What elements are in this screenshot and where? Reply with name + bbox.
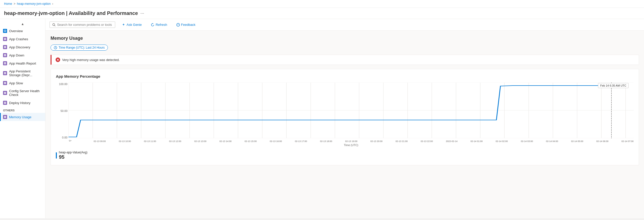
sidebar: ▲ Overview App Crashes App Discovery (0, 19, 45, 218)
svg-rect-34 (5, 103, 6, 104)
sidebar-item-app-down[interactable]: App Down (0, 51, 45, 59)
svg-rect-16 (5, 62, 6, 63)
svg-point-42 (177, 25, 178, 25)
svg-rect-6 (5, 39, 6, 40)
section-title: Memory Usage (51, 36, 639, 41)
sidebar-item-memory-usage[interactable]: Memory Usage (0, 113, 45, 121)
svg-rect-13 (4, 55, 5, 56)
search-icon (52, 23, 56, 27)
svg-line-46 (56, 48, 56, 48)
page-header: heap-memory-jvm-option | Availability an… (0, 8, 644, 19)
sidebar-item-deploy-history[interactable]: Deploy History (0, 99, 45, 107)
grid-icon-app-down (3, 53, 7, 57)
svg-point-43 (178, 25, 179, 25)
x-label-15: 2022-02-14 (446, 140, 458, 143)
grid-icon-memory-usage (3, 115, 7, 119)
sidebar-item-app-persistent-storage[interactable]: App Persistent Storage (Depr... (0, 67, 45, 79)
svg-rect-3 (4, 38, 5, 39)
svg-rect-21 (4, 73, 5, 74)
sidebar-item-app-down-label: App Down (9, 53, 24, 57)
alert-message: Very high memory usage was detected. (62, 58, 120, 62)
svg-rect-38 (5, 117, 6, 118)
svg-rect-2 (5, 30, 5, 31)
svg-rect-8 (5, 46, 6, 47)
sidebar-item-app-discovery[interactable]: App Discovery (0, 43, 45, 51)
toolbar-search-box[interactable] (50, 22, 115, 28)
chart-x-title: Time (UTC) (68, 144, 634, 147)
page-title-ellipsis[interactable]: ··· (140, 11, 144, 16)
sidebar-item-app-discovery-label: App Discovery (9, 45, 30, 49)
svg-rect-29 (4, 93, 5, 94)
x-label-20: 02-14 05:00 (571, 140, 583, 143)
svg-rect-31 (4, 102, 5, 103)
feedback-label: Feedback (181, 23, 196, 27)
refresh-icon (151, 23, 154, 27)
time-range-button[interactable]: Time Range (UTC): Last 24 Hours (51, 45, 108, 51)
sidebar-item-app-crashes-label: App Crashes (9, 37, 28, 41)
svg-rect-20 (5, 72, 6, 73)
alert-banner: Very high memory usage was detected. (51, 55, 639, 65)
x-label-0: 02-13 08:00 (68, 140, 80, 142)
x-label-4: 02-13 12:00 (169, 140, 181, 143)
x-label-22: 02-14 07:00 (622, 140, 634, 143)
svg-rect-11 (4, 54, 5, 55)
sidebar-item-app-health-report[interactable]: App Health Report (0, 59, 45, 67)
grid-icon-app-persistent (3, 71, 7, 75)
svg-rect-14 (5, 55, 6, 56)
refresh-button[interactable]: Refresh (148, 22, 170, 28)
svg-rect-17 (4, 64, 5, 65)
chart-svg (68, 83, 634, 138)
svg-rect-27 (4, 92, 5, 93)
sidebar-item-app-persistent-label: App Persistent Storage (Depr... (9, 69, 42, 77)
svg-rect-18 (5, 64, 6, 65)
x-label-3: 02-13 11:00 (144, 140, 156, 143)
breadcrumb-arrow: › (52, 2, 53, 6)
chart-container: App Memory Percentage 100.00 50.00 0.00 … (51, 69, 639, 165)
sidebar-item-app-health-report-label: App Health Report (9, 62, 36, 65)
grid-icon-deploy-history (3, 101, 7, 105)
genie-icon (122, 23, 125, 27)
x-label-13: 02-13 21:00 (396, 140, 408, 143)
sidebar-item-config-server-label: Config Server Health Check (9, 89, 42, 97)
svg-rect-5 (4, 39, 5, 40)
sidebar-item-deploy-history-label: Deploy History (9, 101, 31, 105)
feedback-button[interactable]: Feedback (174, 22, 198, 28)
svg-line-40 (55, 25, 55, 26)
sidebar-item-config-server[interactable]: Config Server Health Check (0, 87, 45, 99)
svg-rect-19 (4, 72, 5, 73)
x-label-11: 02-13 19:00 (345, 140, 357, 143)
x-label-19: 02-14 04:00 (546, 140, 558, 143)
legend-value: 95 (59, 154, 87, 160)
grid-icon-app-crashes (3, 37, 7, 41)
sidebar-item-app-slow[interactable]: App Slow (0, 79, 45, 87)
svg-rect-24 (5, 82, 6, 83)
x-label-7: 02-13 15:00 (245, 140, 257, 143)
svg-rect-1 (5, 31, 5, 32)
x-label-9: 02-13 17:00 (295, 140, 307, 143)
x-label-21: 02-14 06:00 (596, 140, 608, 143)
x-label-2: 02-13 10:00 (119, 140, 131, 143)
toolbar: Ask Genie Refresh Feedback (45, 19, 644, 31)
x-label-10: 02-13 18:00 (320, 140, 332, 143)
search-input[interactable] (57, 23, 112, 27)
sidebar-scroll-up[interactable]: ▲ (0, 21, 45, 27)
ask-genie-button[interactable]: Ask Genie (119, 22, 144, 28)
breadcrumb-current[interactable]: heap-memory-jvm-option (17, 2, 51, 6)
x-label-16: 02-14 01:00 (470, 140, 483, 143)
x-label-8: 02-13 16:00 (270, 140, 282, 143)
svg-rect-28 (5, 92, 6, 93)
y-label-0: 0.00 (56, 136, 67, 139)
svg-rect-36 (5, 116, 6, 117)
page-title: heap-memory-jvm-option | Availability an… (4, 10, 138, 16)
sidebar-item-overview[interactable]: Overview (0, 27, 45, 35)
sidebar-item-app-crashes[interactable]: App Crashes (0, 35, 45, 43)
grid-icon-app-discovery (3, 45, 7, 49)
sidebar-item-memory-usage-label: Memory Usage (9, 115, 31, 119)
chart-tooltip: Feb 14 6:35 AM UTC (598, 83, 629, 88)
svg-rect-25 (4, 83, 5, 84)
svg-rect-32 (5, 102, 6, 103)
svg-rect-7 (4, 46, 5, 47)
svg-rect-37 (4, 117, 5, 118)
x-label-6: 02-13 14:00 (219, 140, 231, 143)
breadcrumb-home[interactable]: Home (4, 2, 12, 6)
